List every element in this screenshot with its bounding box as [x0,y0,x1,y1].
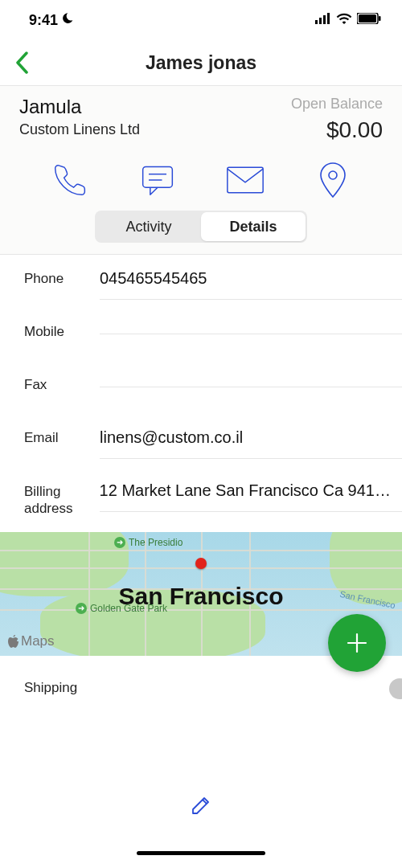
segmented-control: Activity Details [95,211,307,243]
pencil-icon [190,794,212,817]
svg-rect-3 [327,13,330,24]
map-poi-presidio: ➜The Presidio [114,537,183,548]
nav-header: James jonas [0,40,402,85]
label-billing-address: Billing address [0,481,100,518]
open-balance-value: $0.00 [291,117,383,143]
svg-rect-10 [227,167,262,192]
label-fax: Fax [0,375,100,393]
page-title: James jonas [0,52,402,74]
label-phone: Phone [0,269,100,287]
value-phone: 045465545465 [100,269,391,288]
svg-rect-1 [319,18,322,24]
plus-icon [346,632,368,654]
svg-rect-6 [379,16,381,21]
open-balance-label: Open Balance [291,96,383,113]
edit-button[interactable] [187,791,215,820]
tab-details[interactable]: Details [201,212,306,241]
message-button[interactable] [138,161,177,199]
tab-activity[interactable]: Activity [96,212,201,241]
scroll-indicator [389,678,402,699]
svg-point-11 [329,171,337,179]
phone-icon [52,162,88,198]
row-email[interactable]: Email linens@custom.co.il [0,414,402,467]
cellular-icon [315,13,331,27]
map-city-label: San Francisco [118,583,283,610]
do-not-disturb-icon [61,12,74,28]
row-mobile[interactable]: Mobile [0,308,402,361]
label-mobile: Mobile [0,322,100,340]
map-pin-icon [318,162,347,199]
chevron-left-icon [14,51,29,74]
details-section: Phone 045465545465 Mobile Fax Email line… [0,255,402,532]
svg-rect-0 [315,20,318,24]
wifi-icon [336,13,352,27]
row-fax[interactable]: Fax [0,361,402,414]
contact-header: Jamula Custom Linens Ltd Open Balance $0… [0,85,402,255]
contact-display-name: Jamula [19,96,140,118]
label-email: Email [0,428,100,446]
svg-rect-5 [359,14,376,23]
chat-icon [140,163,175,197]
status-time: 9:41 [29,12,58,29]
row-phone[interactable]: Phone 045465545465 [0,255,402,308]
svg-rect-2 [323,15,326,24]
status-bar: 9:41 [0,0,402,40]
value-billing-address: 12 Market Lane San Francisco Ca 941… [100,481,391,500]
svg-rect-7 [142,167,172,188]
contact-company: Custom Linens Ltd [19,121,140,138]
call-button[interactable] [51,161,89,199]
map-pin-icon [195,558,207,569]
map-land [0,532,129,596]
back-button[interactable] [10,51,34,75]
location-button[interactable] [314,161,352,199]
envelope-icon [226,166,265,194]
label-shipping-address: Shipping [0,680,100,696]
map-attribution: Maps [8,633,55,649]
value-email: linens@custom.co.il [100,428,391,447]
home-indicator [137,851,265,855]
battery-icon [357,13,381,27]
add-button[interactable] [328,614,386,672]
apple-icon [8,635,19,648]
row-billing-address[interactable]: Billing address 12 Market Lane San Franc… [0,467,402,532]
email-button[interactable] [226,161,265,199]
